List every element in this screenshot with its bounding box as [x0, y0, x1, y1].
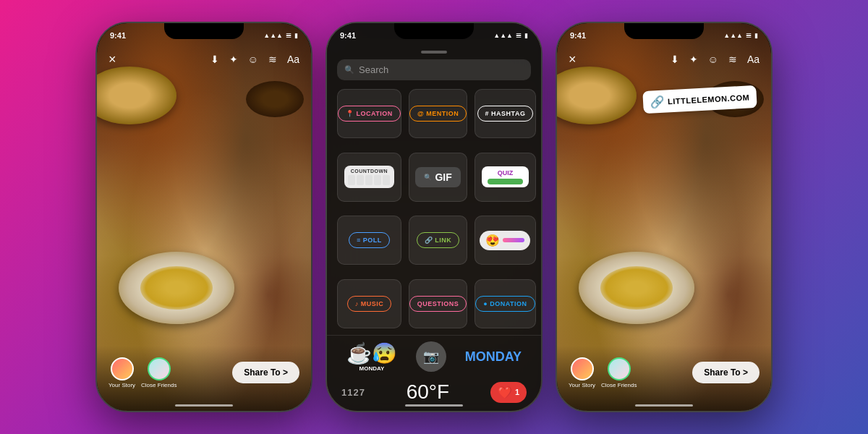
your-story-avatar[interactable] [111, 357, 134, 380]
sticker-grid: 📍 LOCATION @ MENTION # HASHTAG [327, 89, 541, 335]
questions-label: QUESTIONS [417, 300, 459, 307]
countdown-bar-1 [348, 175, 355, 185]
music-label: MUSIC [361, 300, 384, 307]
status-time-left: 9:41 [110, 31, 126, 40]
sticker-gif[interactable]: 🔍 GIF [409, 153, 468, 202]
your-story-avatar-right[interactable] [571, 357, 594, 380]
close-friends-avatar[interactable] [148, 357, 171, 380]
bottom-bar-right: Your Story Close Friends Share To > [557, 346, 771, 411]
close-button-right[interactable]: × [569, 52, 576, 67]
sticker-hashtag[interactable]: # HASHTAG [475, 89, 535, 138]
move-icon-right[interactable]: ✦ [689, 54, 698, 65]
status-icons-left: ▲▲▲ 𝌆 ▮ [263, 32, 298, 39]
search-placeholder: Search [359, 64, 388, 75]
status-time-right: 9:41 [570, 31, 586, 40]
camera-button[interactable]: 📷 [416, 341, 446, 372]
signal-icon-right: ▲▲▲ [723, 32, 743, 39]
donation-label: DONATION [490, 300, 527, 307]
donation-icon: ● [483, 300, 488, 307]
hashtag-pill: # HASHTAG [477, 106, 534, 122]
monday-sticker[interactable]: ☕😰 MONDAY [346, 341, 397, 372]
wifi-icon-right: 𝌆 [746, 32, 752, 39]
search-bar[interactable]: 🔍 Search [337, 59, 531, 80]
countdown-widget: COUNTDOWN [344, 166, 394, 188]
move-icon-left[interactable]: ✦ [229, 54, 238, 65]
notch [164, 23, 244, 39]
audio-icon-right[interactable]: ≋ [728, 54, 737, 65]
food-plate-right-2 [579, 252, 694, 324]
mention-icon: @ [417, 110, 424, 117]
sticker-emoji-slider[interactable]: 😍 [475, 216, 535, 265]
phone-center: 9:41 ▲▲▲ 𝌆 ▮ 🔍 Search 📍 LOC [326, 22, 542, 412]
sticker-quiz[interactable]: QUIZ [475, 153, 535, 202]
quiz-label: QUIZ [498, 169, 514, 176]
home-indicator-center [405, 404, 463, 407]
sticker-donation[interactable]: ● DONATION [475, 279, 535, 328]
text-icon-left[interactable]: Aa [287, 54, 299, 65]
sticker-link[interactable]: 🔗 LINK [409, 216, 468, 265]
sticker-questions[interactable]: QUESTIONS [409, 279, 468, 328]
your-story-label: Your Story [109, 382, 135, 388]
phone-left: 9:41 ▲▲▲ 𝌆 ▮ × ⬇ ✦ ☺ ≋ Aa Your S [95, 22, 312, 412]
download-icon-right[interactable]: ⬇ [671, 54, 679, 65]
close-friends-label-right: Close Friends [601, 382, 637, 388]
poll-pill: ≡ POLL [349, 232, 390, 248]
ticker-display: 1127 [341, 387, 365, 398]
emoji-slider-track [503, 238, 524, 242]
story-avatars-left: Your Story Close Friends [109, 357, 176, 388]
status-time-center: 9:41 [340, 31, 356, 40]
close-friends-group-right: Close Friends [601, 357, 637, 388]
day-sticker[interactable]: MONDAY [465, 349, 522, 365]
your-story-group: Your Story [109, 357, 135, 388]
sticker-location[interactable]: 📍 LOCATION [337, 89, 401, 138]
donation-pill: ● DONATION [475, 296, 535, 312]
download-icon-left[interactable]: ⬇ [210, 54, 219, 65]
link-sticker-text: LITTLELEMON.COM [668, 93, 750, 106]
questions-pill: QUESTIONS [409, 296, 467, 312]
share-button-left[interactable]: Share To > [232, 362, 299, 383]
sticker-music[interactable]: ♪ MUSIC [337, 279, 401, 328]
close-button-left[interactable]: × [109, 52, 116, 67]
wifi-icon-center: 𝌆 [516, 32, 522, 39]
home-indicator-left [175, 404, 233, 407]
close-friends-label: Close Friends [141, 382, 176, 388]
gif-search-icon: 🔍 [424, 174, 432, 181]
gif-label: GIF [435, 171, 451, 183]
emoji-slider-emoji: 😍 [485, 234, 500, 247]
mention-label: MENTION [426, 110, 459, 117]
phone-right: 9:41 ▲▲▲ 𝌆 ▮ × ⬇ ✦ ☺ ≋ Aa 🔗 LITTLELEMON.… [556, 22, 773, 412]
location-icon: 📍 [346, 110, 354, 117]
countdown-bar-3 [365, 175, 373, 185]
face-icon-left[interactable]: ☺ [248, 54, 258, 65]
countdown-bar-2 [357, 175, 364, 185]
sticker-countdown[interactable]: COUNTDOWN [337, 153, 401, 202]
toolbar-right-left: ⬇ ✦ ☺ ≋ Aa [210, 54, 299, 65]
search-icon-center: 🔍 [344, 65, 354, 75]
heart-button[interactable]: ❤️ 1 [490, 382, 527, 403]
drag-handle[interactable] [421, 51, 447, 54]
toolbar-left: × ⬇ ✦ ☺ ≋ Aa [97, 43, 311, 75]
share-button-right[interactable]: Share To > [692, 362, 760, 383]
poll-icon: ≡ [357, 237, 361, 244]
link-sticker-icon: 🔗 [650, 95, 665, 109]
monday-emoji: ☕😰 [346, 341, 397, 365]
battery-icon-right: ▮ [754, 32, 758, 39]
sticker-panel: 9:41 ▲▲▲ 𝌆 ▮ 🔍 Search 📍 LOC [327, 23, 541, 411]
notch-center [394, 23, 474, 39]
sticker-poll[interactable]: ≡ POLL [337, 216, 401, 265]
link-label: LINK [435, 237, 451, 244]
face-icon-right[interactable]: ☺ [708, 54, 718, 65]
audio-icon-left[interactable]: ≋ [268, 54, 277, 65]
your-story-group-right: Your Story [569, 357, 595, 388]
hashtag-label: HASHTAG [491, 110, 525, 117]
home-indicator-right [635, 404, 693, 407]
status-icons-center: ▲▲▲ 𝌆 ▮ [493, 32, 528, 39]
battery-icon-left: ▮ [294, 32, 298, 39]
link-pill: 🔗 LINK [417, 232, 460, 248]
close-friends-group: Close Friends [141, 357, 176, 388]
countdown-label: COUNTDOWN [351, 169, 388, 174]
notch-right [624, 23, 704, 39]
text-icon-right[interactable]: Aa [747, 54, 760, 65]
close-friends-avatar-right[interactable] [608, 357, 631, 380]
sticker-mention[interactable]: @ MENTION [409, 89, 468, 138]
